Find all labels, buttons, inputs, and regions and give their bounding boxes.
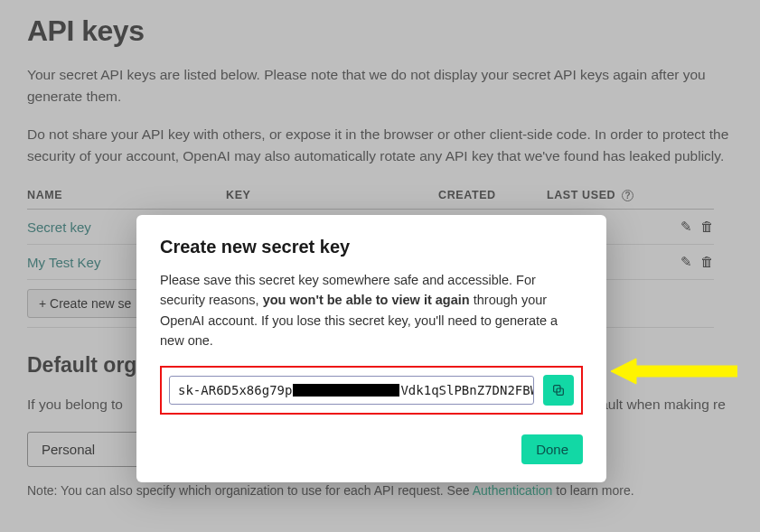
copy-button[interactable] [543, 375, 574, 406]
secret-key-highlight-box: sk-AR6D5x86g79pVdk1qSlPBnZ7DN2FBW [160, 366, 583, 415]
done-button[interactable]: Done [521, 434, 583, 464]
modal-description: Please save this secret key somewhere sa… [160, 270, 583, 351]
redacted-segment [293, 384, 399, 397]
secret-key-field[interactable]: sk-AR6D5x86g79pVdk1qSlPBnZ7DN2FBW [169, 376, 534, 405]
create-secret-key-modal: Create new secret key Please save this s… [136, 215, 606, 482]
modal-title: Create new secret key [160, 237, 583, 257]
copy-icon [551, 383, 566, 397]
